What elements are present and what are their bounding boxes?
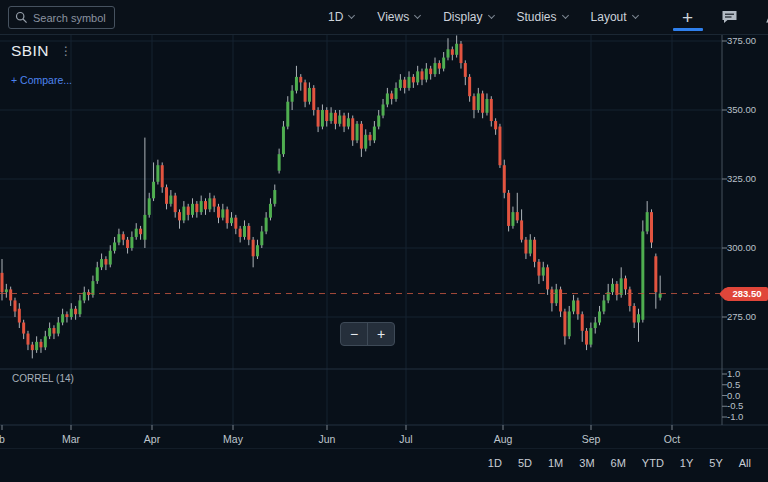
symbol-title: SBIN [11,42,49,60]
study-axis-label: -0.5 [727,401,743,411]
plus-icon: + [682,8,693,27]
study-axis-label: 0.5 [727,380,740,390]
menu-studies[interactable]: Studies [517,10,568,24]
zoom-controls: − + [340,322,395,346]
month-label: Aug [488,433,518,445]
month-label: Apr [137,433,167,445]
chevron-down-icon [487,12,494,19]
kebab-menu-icon[interactable]: ⋮ [60,44,72,58]
price-axis-label: 350.00 [727,105,756,115]
chevron-down-icon [561,12,568,19]
search-icon [15,11,28,24]
month-label: Jul [391,433,421,445]
month-label: Jun [312,433,342,445]
menu-label: Display [443,10,482,24]
month-label: Mar [56,433,86,445]
range-button-1y[interactable]: 1Y [680,457,693,469]
price-axis-label: 275.00 [727,312,756,322]
range-button-5d[interactable]: 5D [518,457,532,469]
price-axis-label: 300.00 [727,243,756,253]
zoom-in-button[interactable]: + [368,323,394,345]
menu-bar: 1DViewsDisplayStudiesLayout + [328,0,768,34]
range-button-1d[interactable]: 1D [488,457,502,469]
study-axis-label: 1.0 [727,369,740,379]
menu-views[interactable]: Views [377,10,420,24]
range-button-all[interactable]: All [739,457,751,469]
range-button-ytd[interactable]: YTD [642,457,664,469]
range-button-5y[interactable]: 5Y [709,457,722,469]
menu-display[interactable]: Display [443,10,493,24]
menu-label: Views [377,10,409,24]
zoom-out-button[interactable]: − [341,323,368,345]
compare-button[interactable]: + Compare... [11,74,72,86]
last-price-badge: 283.50 [726,287,768,301]
menu-label: 1D [328,10,343,24]
menu-label: Layout [591,10,627,24]
active-tool-underline [673,28,703,31]
month-label: b [0,433,17,445]
chevron-down-icon [414,12,421,19]
menu-layout[interactable]: Layout [591,10,638,24]
study-label: CORREL (14) [12,373,74,384]
month-label: May [218,433,248,445]
range-button-1m[interactable]: 1M [548,457,563,469]
chat-icon [721,10,738,24]
menu-interval[interactable]: 1D [328,10,354,24]
month-label: Oct [657,433,687,445]
candlestick-chart[interactable] [0,0,768,482]
search-input[interactable] [33,12,108,24]
tool-bar: + ↺ [677,0,768,34]
study-axis-label: 0.0 [727,391,740,401]
price-axis-label: 325.00 [727,174,756,184]
study-axis-label: -1.0 [727,412,743,422]
menu-label: Studies [517,10,557,24]
comment-tool-button[interactable] [719,0,741,34]
add-tool-button[interactable]: + [677,0,699,34]
charting-app: 1DViewsDisplayStudiesLayout + [0,0,768,482]
range-button-3m[interactable]: 3M [579,457,594,469]
range-button-6m[interactable]: 6M [611,457,626,469]
month-label: Sep [576,433,606,445]
toolbar: 1DViewsDisplayStudiesLayout + [0,0,768,35]
symbol-search[interactable] [8,6,115,29]
draw-tool-button[interactable] [761,0,768,34]
range-selector: 1D5D1M3M6MYTD1Y5YAll [488,457,751,469]
chevron-down-icon [348,12,355,19]
chevron-down-icon [632,12,639,19]
pencil-icon [764,9,768,25]
price-axis-label: 375.00 [727,36,756,46]
